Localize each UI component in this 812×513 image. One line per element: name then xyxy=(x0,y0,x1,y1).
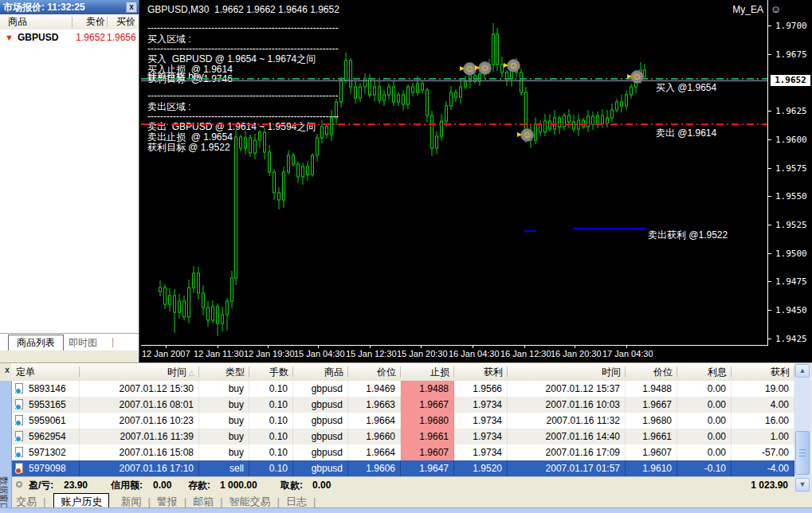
table-cell[interactable]: 1.9488 xyxy=(401,381,454,397)
table-cell[interactable]: 2007.01.16 14:40 xyxy=(508,429,626,444)
time-axis[interactable]: 12 Jan 200712 Jan 11:3012 Jan 19:3015 Ja… xyxy=(141,346,767,362)
table-cell[interactable]: 0.10 xyxy=(249,381,293,397)
table-cell[interactable]: 5962954 xyxy=(11,429,80,444)
table-cell[interactable]: 2007.01.16 08:01 xyxy=(80,397,199,413)
table-cell[interactable]: 0.10 xyxy=(249,429,293,444)
table-cell[interactable]: 1.9667 xyxy=(626,397,677,413)
table-cell[interactable]: 1.9607 xyxy=(401,444,454,460)
scroll-down-icon[interactable]: ▼ xyxy=(795,478,810,491)
table-cell[interactable]: 0.00 xyxy=(677,413,732,429)
table-cell[interactable]: 2007.01.16 10:03 xyxy=(508,397,626,413)
table-cell[interactable]: 1.9607 xyxy=(626,444,677,460)
table-cell[interactable]: 1.9488 xyxy=(626,381,677,397)
table-cell[interactable]: buy xyxy=(199,381,249,397)
column-ask[interactable]: 买价 xyxy=(110,14,135,29)
scroll-up-icon[interactable]: ▲ xyxy=(795,364,810,378)
table-column-header[interactable]: 手数 xyxy=(249,363,293,381)
table-cell[interactable]: gbpusd xyxy=(293,381,348,397)
table-cell[interactable]: buy xyxy=(199,413,249,429)
table-cell[interactable]: 0.00 xyxy=(677,444,732,460)
table-cell[interactable]: 0.10 xyxy=(249,460,293,476)
table-cell[interactable]: 2007.01.12 15:37 xyxy=(508,381,626,397)
table-cell[interactable]: 2007.01.16 10:23 xyxy=(80,413,199,429)
scrollbar-thumb[interactable] xyxy=(795,431,810,475)
table-cell[interactable]: 2007.01.16 17:09 xyxy=(508,444,626,460)
tab-tick-chart[interactable]: 即时图 xyxy=(69,336,97,350)
table-cell[interactable]: 2007.01.16 17:10 xyxy=(80,460,199,476)
table-cell[interactable]: 1.9734 xyxy=(454,429,508,444)
table-cell[interactable]: 5893146 xyxy=(11,381,80,397)
takeprofit-line[interactable] xyxy=(573,228,646,229)
table-cell[interactable]: 0.10 xyxy=(249,444,293,460)
table-cell[interactable]: 1.9660 xyxy=(348,429,401,444)
table-cell[interactable]: 1.9566 xyxy=(454,381,508,397)
table-cell[interactable]: 1.00 xyxy=(732,429,794,444)
table-cell[interactable]: -0.10 xyxy=(677,460,732,476)
table-column-header[interactable]: 获利 xyxy=(732,363,794,381)
table-cell[interactable]: 2007.01.16 11:39 xyxy=(80,429,199,444)
table-cell[interactable]: 5953165 xyxy=(11,397,80,413)
table-cell[interactable]: 5979098 xyxy=(11,460,80,476)
column-symbol[interactable]: 商品 xyxy=(8,14,27,29)
table-cell[interactable]: 5971302 xyxy=(11,444,80,460)
table-column-header[interactable]: 商品 xyxy=(293,363,348,381)
table-row[interactable]: 59590612007.01.16 10:23buy0.10gbpusd1.96… xyxy=(11,413,794,429)
table-cell[interactable]: 1.9663 xyxy=(348,397,401,413)
table-cell[interactable]: 2007.01.16 11:32 xyxy=(508,413,626,429)
table-cell[interactable]: 4.00 xyxy=(732,397,794,413)
table-cell[interactable]: 1.9647 xyxy=(401,460,454,476)
table-column-header[interactable]: 止损 xyxy=(401,363,454,381)
table-cell[interactable]: 1.9680 xyxy=(626,413,677,429)
takeprofit-line[interactable] xyxy=(524,230,536,232)
symbol-row-gbpusd[interactable]: ▼ GBPUSD 1.9652 1.9656 xyxy=(0,29,139,45)
table-column-header[interactable]: 类型 xyxy=(199,363,249,381)
table-cell[interactable]: 0.10 xyxy=(249,413,293,429)
column-bid[interactable]: 卖价 xyxy=(76,14,105,29)
table-cell[interactable]: 1.9680 xyxy=(401,413,454,429)
table-row[interactable]: 59531652007.01.16 08:01buy0.10gbpusd1.96… xyxy=(11,397,794,413)
buy-level-line[interactable] xyxy=(141,78,767,80)
table-cell[interactable]: gbpusd xyxy=(293,460,348,476)
table-column-header[interactable]: 价位 xyxy=(626,363,677,381)
table-cell[interactable]: 0.10 xyxy=(249,397,293,413)
table-column-header[interactable]: 时间 xyxy=(508,363,626,381)
close-icon[interactable]: x xyxy=(126,2,137,13)
table-cell[interactable]: 1.9610 xyxy=(626,460,677,476)
table-cell[interactable]: buy xyxy=(199,397,249,413)
tab-symbol-list[interactable]: 商品列表 xyxy=(8,335,64,350)
table-column-header[interactable]: 利息 xyxy=(677,363,732,381)
table-column-header[interactable]: 获利 xyxy=(454,363,508,381)
table-row[interactable]: 58931462007.01.12 15:30buy0.10gbpusd1.94… xyxy=(11,381,794,397)
table-cell[interactable]: -4.00 xyxy=(732,460,794,476)
price-axis[interactable]: 1.9652 1.97001.96751.96251.96001.95751.9… xyxy=(769,0,812,345)
table-column-header[interactable]: 时间△ xyxy=(80,363,199,381)
table-cell[interactable]: 1.9664 xyxy=(348,413,401,429)
table-cell[interactable]: buy xyxy=(199,429,249,444)
table-cell[interactable]: 2007.01.12 15:30 xyxy=(80,381,199,397)
table-cell[interactable]: 0.00 xyxy=(677,397,732,413)
table-cell[interactable]: 5959061 xyxy=(11,413,80,429)
table-cell[interactable]: 1.9469 xyxy=(348,381,401,397)
table-cell[interactable]: 0.00 xyxy=(677,381,732,397)
table-row[interactable]: 59713022007.01.16 15:08buy0.10gbpusd1.96… xyxy=(11,444,794,460)
table-row[interactable]: 59790982007.01.16 17:10sell0.10gbpusd1.9… xyxy=(11,460,794,476)
table-cell[interactable]: 0.00 xyxy=(677,429,732,444)
sell-level-line[interactable] xyxy=(141,123,767,125)
docked-side-strip[interactable]: 数据窗口 xyxy=(0,381,12,511)
table-cell[interactable]: gbpusd xyxy=(293,444,348,460)
table-column-header[interactable]: 定单 xyxy=(11,363,80,381)
table-row[interactable]: 59629542007.01.16 11:39buy0.10gbpusd1.96… xyxy=(11,429,794,444)
table-cell[interactable]: 1.9664 xyxy=(348,444,401,460)
market-watch-titlebar[interactable]: 市场报价: 11:32:25 x xyxy=(0,0,139,14)
table-cell[interactable]: buy xyxy=(199,444,249,460)
table-cell[interactable]: 1.9661 xyxy=(626,429,677,444)
table-column-header[interactable]: 价位 xyxy=(348,363,401,381)
table-cell[interactable]: 16.00 xyxy=(732,413,794,429)
table-cell[interactable]: 1.9734 xyxy=(454,444,508,460)
table-cell[interactable]: gbpusd xyxy=(293,429,348,444)
table-cell[interactable]: 19.00 xyxy=(732,381,794,397)
table-cell[interactable]: gbpusd xyxy=(293,397,348,413)
table-cell[interactable]: 1.9734 xyxy=(454,397,508,413)
table-cell[interactable]: gbpusd xyxy=(293,413,348,429)
vertical-scrollbar[interactable]: ▲ ▼ xyxy=(794,363,810,492)
